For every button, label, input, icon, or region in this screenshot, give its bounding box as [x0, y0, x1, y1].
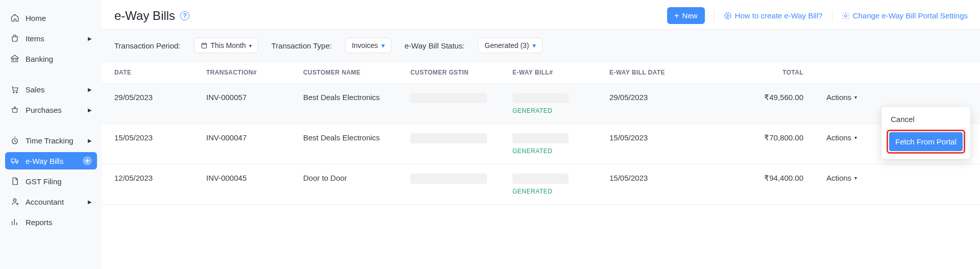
sidebar-label-items: Items: [26, 34, 44, 43]
new-button[interactable]: + New: [667, 7, 705, 24]
table-row[interactable]: 15/05/2023 INV-000047 Best Deals Electro…: [102, 124, 980, 164]
chevron-right-icon: ▶: [88, 87, 92, 92]
sidebar-item-gst-filing[interactable]: GST Filing: [5, 173, 97, 190]
cell-eway: GENERATED: [512, 174, 609, 195]
svg-point-4: [16, 162, 17, 163]
actions-label: Actions: [826, 133, 851, 142]
table-header: DATE TRANSACTION# CUSTOMER NAME CUSTOMER…: [102, 62, 980, 84]
sidebar-item-accountant[interactable]: Accountant ▶: [5, 193, 97, 210]
svg-point-5: [13, 199, 16, 201]
reports-icon: [10, 217, 19, 227]
sidebar: Home Items ▶ Banking Sales ▶ Purchases ▶…: [0, 0, 102, 269]
cell-total: ₹49,560.00: [712, 93, 803, 102]
header-actions: + New How to create e-Way Bill? Change e…: [667, 7, 968, 24]
cell-customer: Best Deals Electronics: [303, 93, 410, 102]
actions-button[interactable]: Actions ▾: [826, 93, 857, 102]
actions-label: Actions: [826, 93, 851, 102]
caret-down-icon: ▾: [532, 41, 536, 50]
stopwatch-icon: [10, 136, 19, 145]
calendar-icon: [201, 42, 208, 49]
filter-type-label: Transaction Type:: [272, 41, 332, 50]
table-row[interactable]: 29/05/2023 INV-000057 Best Deals Electro…: [102, 84, 980, 124]
sidebar-item-eway-bills[interactable]: e-Way Bills +: [5, 152, 97, 169]
new-button-label: New: [682, 11, 698, 20]
th-total: TOTAL: [712, 69, 803, 76]
chevron-right-icon: ▶: [88, 36, 92, 41]
redacted-block: [410, 93, 487, 103]
gear-icon: [842, 12, 850, 20]
filter-status-label: e-Way Bill Status:: [405, 41, 465, 50]
accountant-icon: [10, 197, 19, 206]
sidebar-item-reports[interactable]: Reports: [5, 213, 97, 231]
caret-down-icon: ▾: [854, 94, 857, 100]
sidebar-label-eway: e-Way Bills: [26, 157, 63, 165]
sidebar-label-purchases: Purchases: [26, 106, 62, 114]
cart-icon: [10, 85, 19, 94]
actions-button[interactable]: Actions ▾: [826, 133, 857, 142]
plus-icon: +: [674, 11, 679, 20]
cell-customer: Door to Door: [303, 174, 410, 182]
cell-eway: GENERATED: [512, 93, 609, 114]
sidebar-item-sales[interactable]: Sales ▶: [5, 81, 97, 98]
th-date: DATE: [114, 69, 206, 76]
svg-point-0: [13, 92, 14, 93]
cell-total: ₹94,400.00: [712, 174, 803, 183]
table-row[interactable]: 12/05/2023 INV-000045 Door to Door GENER…: [102, 164, 980, 205]
help-icon[interactable]: ?: [180, 11, 189, 20]
svg-point-1: [16, 92, 17, 93]
actions-label: Actions: [826, 174, 851, 182]
sidebar-label-accountant: Accountant: [26, 198, 64, 206]
portal-settings-label: Change e-Way Bill Portal Settings: [853, 11, 968, 20]
actions-button[interactable]: Actions ▾: [826, 174, 857, 182]
sidebar-label-sales: Sales: [26, 85, 45, 94]
main-content: e-Way Bills ? + New How to create e-Way …: [102, 0, 980, 269]
svg-point-6: [725, 13, 731, 19]
sidebar-label-banking: Banking: [26, 55, 53, 63]
sidebar-item-time-tracking[interactable]: Time Tracking ▶: [5, 132, 97, 149]
page-title: e-Way Bills ?: [114, 9, 189, 23]
filter-period-value: This Month: [211, 41, 246, 50]
howto-link[interactable]: How to create e-Way Bill?: [724, 11, 823, 20]
play-circle-icon: [724, 12, 732, 20]
filter-period-label: Transaction Period:: [114, 41, 181, 50]
dropdown-cancel[interactable]: Cancel: [887, 112, 965, 127]
basket-icon: [10, 105, 19, 114]
filter-type-value: Invoices: [352, 41, 378, 50]
cell-gstin: [410, 93, 512, 107]
filter-period-select[interactable]: This Month ▾: [194, 38, 258, 53]
chevron-right-icon: ▶: [88, 138, 92, 143]
sidebar-label-reports: Reports: [26, 218, 53, 227]
sidebar-label-home: Home: [26, 14, 46, 22]
cell-date: 12/05/2023: [114, 174, 206, 182]
dropdown-fetch-from-portal[interactable]: Fetch From Portal: [889, 132, 963, 151]
filter-type-select[interactable]: Invoices ▾: [345, 38, 391, 53]
howto-label: How to create e-Way Bill?: [735, 11, 823, 20]
cell-gstin: [410, 174, 512, 188]
cell-transaction: INV-000057: [206, 93, 303, 102]
add-eway-icon[interactable]: +: [83, 156, 92, 165]
cell-transaction: INV-000045: [206, 174, 303, 182]
cell-eway-date: 15/05/2023: [609, 133, 712, 142]
sidebar-item-home[interactable]: Home: [5, 9, 97, 27]
sidebar-label-gst: GST Filing: [26, 177, 62, 186]
document-icon: [10, 177, 19, 186]
cell-eway: GENERATED: [512, 133, 609, 155]
portal-settings-link[interactable]: Change e-Way Bill Portal Settings: [842, 11, 968, 20]
bag-icon: [10, 34, 19, 43]
filter-status-select[interactable]: Generated (3) ▾: [478, 38, 542, 53]
sidebar-item-items[interactable]: Items ▶: [5, 30, 97, 47]
svg-point-7: [845, 15, 847, 17]
redacted-block: [410, 174, 487, 184]
sidebar-item-banking[interactable]: Banking: [5, 50, 97, 67]
cell-eway-date: 15/05/2023: [609, 174, 712, 182]
caret-down-icon: ▾: [854, 135, 857, 140]
sidebar-item-purchases[interactable]: Purchases ▶: [5, 101, 97, 118]
redacted-block: [512, 133, 569, 143]
svg-rect-8: [202, 43, 206, 48]
filter-bar: Transaction Period: This Month ▾ Transac…: [102, 29, 980, 62]
caret-down-icon: ▾: [249, 43, 252, 48]
highlight-box: Fetch From Portal: [887, 130, 965, 154]
cell-gstin: [410, 133, 512, 148]
redacted-block: [410, 133, 487, 143]
cell-transaction: INV-000047: [206, 133, 303, 142]
